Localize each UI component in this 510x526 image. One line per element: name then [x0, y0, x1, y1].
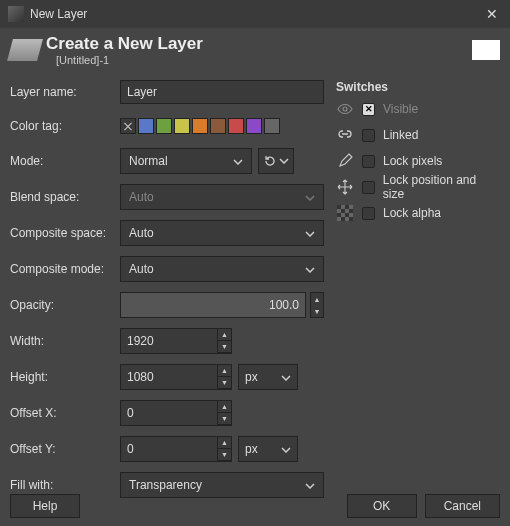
height-input[interactable]: 1080 — [120, 364, 218, 390]
lock-position-label: Lock position and size — [383, 173, 500, 201]
move-icon — [336, 178, 354, 196]
composite-space-select[interactable]: Auto — [120, 220, 324, 246]
switch-visible-row: Visible — [336, 100, 500, 118]
chevron-down-icon — [281, 442, 291, 456]
chevron-down-icon — [305, 226, 315, 240]
color-tag-orange[interactable] — [192, 118, 208, 134]
mascot-icon — [472, 40, 500, 60]
opacity-label: Opacity: — [10, 298, 120, 312]
opacity-value: 100.0 — [269, 298, 305, 312]
color-tag-brown[interactable] — [210, 118, 226, 134]
opacity-slider[interactable]: 100.0 — [120, 292, 306, 318]
chevron-down-icon — [305, 478, 315, 492]
close-button[interactable]: ✕ — [482, 6, 502, 22]
blend-space-label: Blend space: — [10, 190, 120, 204]
offset-y-spinner[interactable]: ▲▼ — [218, 436, 232, 462]
visible-label: Visible — [383, 102, 418, 116]
ok-button[interactable]: OK — [347, 494, 417, 518]
chevron-down-icon — [233, 154, 243, 168]
lock-alpha-label: Lock alpha — [383, 206, 441, 220]
switches-panel: Switches Visible Linked Lock pixels Lock… — [336, 80, 500, 508]
size-unit-select[interactable]: px — [238, 364, 298, 390]
width-input[interactable]: 1920 — [120, 328, 218, 354]
composite-space-label: Composite space: — [10, 226, 120, 240]
eye-icon — [336, 100, 354, 118]
color-tag-gray[interactable] — [264, 118, 280, 134]
layer-icon — [7, 39, 43, 61]
mode-select[interactable]: Normal — [120, 148, 252, 174]
help-button[interactable]: Help — [10, 494, 80, 518]
chevron-down-icon — [281, 370, 291, 384]
mode-reset-button[interactable] — [258, 148, 294, 174]
switch-lock-position-row: Lock position and size — [336, 178, 500, 196]
spinner-up-icon[interactable]: ▲ — [218, 401, 231, 413]
width-label: Width: — [10, 334, 120, 348]
cancel-button[interactable]: Cancel — [425, 494, 500, 518]
brush-icon — [336, 152, 354, 170]
svg-point-0 — [343, 107, 347, 111]
linked-checkbox[interactable] — [362, 129, 375, 142]
height-spinner[interactable]: ▲▼ — [218, 364, 232, 390]
offset-x-input[interactable]: 0 — [120, 400, 218, 426]
app-icon — [8, 6, 24, 22]
title-bar: New Layer ✕ — [0, 0, 510, 28]
offset-y-label: Offset Y: — [10, 442, 120, 456]
visible-checkbox[interactable] — [362, 103, 375, 116]
window-title: New Layer — [30, 7, 482, 21]
spinner-down-icon[interactable]: ▼ — [218, 377, 231, 389]
alpha-icon — [336, 204, 354, 222]
dialog-title: Create a New Layer — [46, 34, 203, 54]
spinner-up-icon[interactable]: ▲ — [311, 293, 323, 305]
fill-with-label: Fill with: — [10, 478, 120, 492]
dialog-header: Create a New Layer [Untitled]-1 — [0, 28, 510, 76]
color-tag-violet[interactable] — [246, 118, 262, 134]
composite-space-value: Auto — [129, 226, 154, 240]
color-tag-blue[interactable] — [138, 118, 154, 134]
color-tag-none[interactable] — [120, 118, 136, 134]
offset-x-spinner[interactable]: ▲▼ — [218, 400, 232, 426]
fill-with-value: Transparency — [129, 478, 202, 492]
chevron-down-icon — [279, 158, 289, 164]
color-tag-swatches — [120, 118, 280, 134]
mode-label: Mode: — [10, 154, 120, 168]
height-label: Height: — [10, 370, 120, 384]
lock-alpha-checkbox[interactable] — [362, 207, 375, 220]
chevron-down-icon — [305, 190, 315, 204]
spinner-down-icon[interactable]: ▼ — [218, 341, 231, 353]
form-panel: Layer name: Color tag: Mode: Normal — [10, 80, 324, 508]
spinner-up-icon[interactable]: ▲ — [218, 437, 231, 449]
spinner-up-icon[interactable]: ▲ — [218, 329, 231, 341]
color-tag-red[interactable] — [228, 118, 244, 134]
reset-icon — [263, 154, 277, 168]
offset-unit-select[interactable]: px — [238, 436, 298, 462]
composite-mode-label: Composite mode: — [10, 262, 120, 276]
spinner-down-icon[interactable]: ▼ — [218, 413, 231, 425]
width-spinner[interactable]: ▲▼ — [218, 328, 232, 354]
offset-y-input[interactable]: 0 — [120, 436, 218, 462]
blend-space-value: Auto — [129, 190, 154, 204]
color-tag-yellow[interactable] — [174, 118, 190, 134]
dialog-subtitle: [Untitled]-1 — [56, 54, 203, 66]
composite-mode-value: Auto — [129, 262, 154, 276]
chevron-down-icon — [305, 262, 315, 276]
color-tag-green[interactable] — [156, 118, 172, 134]
lock-position-checkbox[interactable] — [362, 181, 375, 194]
switch-lock-alpha-row: Lock alpha — [336, 204, 500, 222]
mode-value: Normal — [129, 154, 168, 168]
switch-linked-row: Linked — [336, 126, 500, 144]
spinner-up-icon[interactable]: ▲ — [218, 365, 231, 377]
opacity-spinner[interactable]: ▲ ▼ — [310, 292, 324, 318]
dialog-footer: Help OK Cancel — [10, 494, 500, 518]
switches-title: Switches — [336, 80, 500, 94]
lock-pixels-checkbox[interactable] — [362, 155, 375, 168]
lock-pixels-label: Lock pixels — [383, 154, 442, 168]
color-tag-label: Color tag: — [10, 119, 120, 133]
spinner-down-icon[interactable]: ▼ — [218, 449, 231, 461]
layer-name-input[interactable] — [120, 80, 324, 104]
linked-label: Linked — [383, 128, 418, 142]
switch-lock-pixels-row: Lock pixels — [336, 152, 500, 170]
composite-mode-select[interactable]: Auto — [120, 256, 324, 282]
link-icon — [336, 126, 354, 144]
offset-x-label: Offset X: — [10, 406, 120, 420]
spinner-down-icon[interactable]: ▼ — [311, 305, 323, 317]
